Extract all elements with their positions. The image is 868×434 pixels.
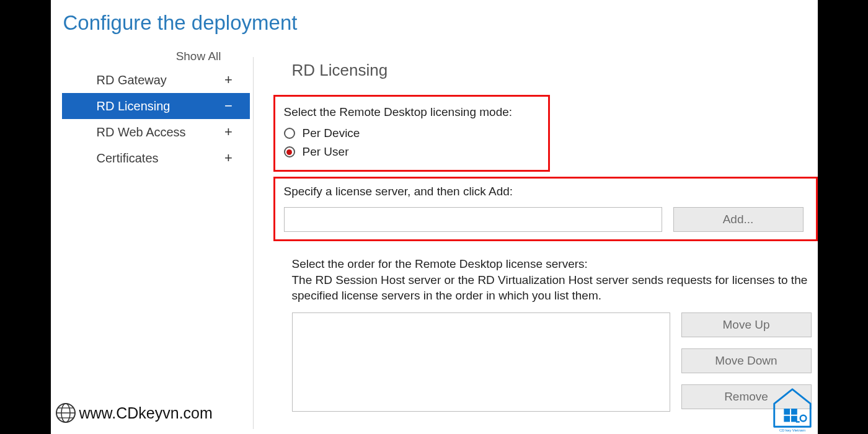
license-server-listbox[interactable]: [292, 312, 670, 412]
sidebar-item-label: RD Web Access: [97, 125, 186, 140]
sidebar: Show All RD Gateway + RD Licensing − RD …: [51, 46, 250, 412]
radio-per-user[interactable]: Per User: [284, 145, 539, 159]
license-server-highlight: Specify a license server, and then click…: [273, 177, 818, 241]
sidebar-item-certificates[interactable]: Certificates +: [62, 145, 250, 171]
sidebar-item-label: RD Licensing: [97, 99, 170, 113]
section-title: RD Licensing: [292, 61, 818, 80]
radio-label: Per Device: [303, 126, 360, 140]
globe-icon: [55, 402, 77, 424]
svg-point-9: [800, 415, 806, 422]
collapse-icon[interactable]: −: [224, 98, 234, 114]
brand-logo: CD key Vietnam: [768, 384, 817, 433]
move-up-button[interactable]: Move Up: [681, 312, 812, 337]
radio-label: Per User: [303, 145, 349, 159]
watermark-text: www.CDkeyvn.com: [79, 404, 213, 422]
sidebar-item-label: Certificates: [97, 151, 159, 166]
order-desc-text: The RD Session Host server or the RD Vir…: [292, 273, 808, 303]
watermark: www.CDkeyvn.com: [55, 402, 213, 424]
expand-icon[interactable]: +: [224, 124, 234, 140]
move-down-button[interactable]: Move Down: [681, 348, 812, 373]
main-panel: RD Licensing Select the Remote Desktop l…: [250, 46, 818, 412]
sidebar-item-rd-gateway[interactable]: RD Gateway +: [62, 67, 250, 93]
order-description: Select the order for the Remote Desktop …: [292, 256, 813, 304]
window-title: Configure the deployment: [51, 0, 818, 35]
server-order-row: Move Up Move Down Remove: [292, 312, 818, 412]
radio-per-device[interactable]: Per Device: [284, 126, 539, 140]
svg-rect-6: [791, 409, 797, 415]
svg-text:CD key Vietnam: CD key Vietnam: [779, 428, 805, 432]
expand-icon[interactable]: +: [224, 150, 234, 166]
add-button[interactable]: Add...: [673, 207, 804, 232]
sidebar-item-rd-web-access[interactable]: RD Web Access +: [62, 119, 250, 145]
show-all-link[interactable]: Show All: [51, 50, 250, 63]
specify-server-label: Specify a license server, and then click…: [284, 185, 807, 198]
svg-rect-8: [791, 416, 797, 422]
license-server-input[interactable]: [284, 207, 662, 232]
expand-icon[interactable]: +: [224, 72, 234, 88]
content-area: Show All RD Gateway + RD Licensing − RD …: [51, 46, 818, 412]
licensing-mode-label: Select the Remote Desktop licensing mode…: [284, 105, 539, 119]
deployment-config-window: Configure the deployment Show All RD Gat…: [51, 0, 818, 434]
licensing-mode-highlight: Select the Remote Desktop licensing mode…: [273, 95, 550, 172]
order-label: Select the order for the Remote Desktop …: [292, 257, 588, 270]
svg-rect-5: [784, 409, 790, 415]
sidebar-item-label: RD Gateway: [97, 73, 167, 87]
sidebar-item-rd-licensing[interactable]: RD Licensing −: [62, 93, 250, 119]
radio-icon: [284, 128, 295, 139]
svg-rect-7: [784, 416, 790, 422]
radio-checked-icon: [284, 146, 295, 157]
